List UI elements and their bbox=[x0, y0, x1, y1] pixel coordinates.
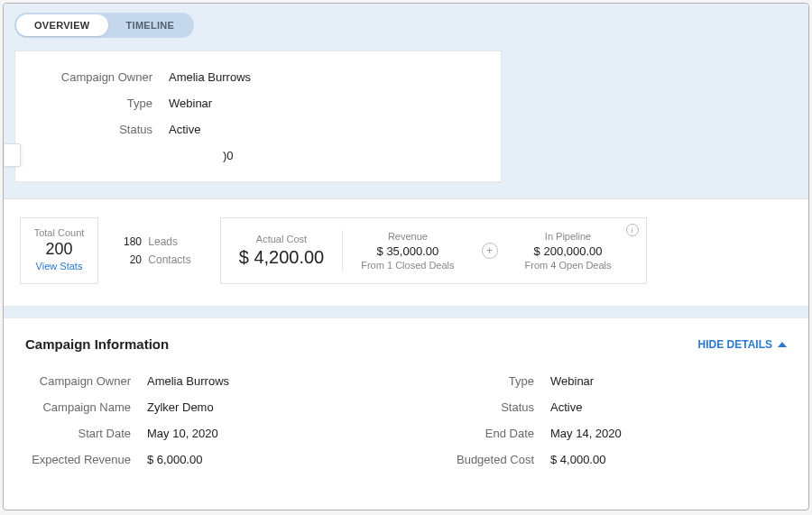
left-edge-tab[interactable] bbox=[5, 143, 21, 167]
leads-label: Leads bbox=[148, 235, 178, 248]
total-count-box: Total Count 200 View Stats bbox=[20, 217, 98, 284]
summary-owner-value: Amelia Burrows bbox=[169, 70, 251, 84]
tab-bar: OVERVIEW TIMELINE bbox=[14, 13, 194, 38]
plus-icon: + bbox=[482, 243, 498, 259]
summary-type-label: Type bbox=[15, 97, 169, 110]
hide-details-toggle[interactable]: HIDE DETAILS bbox=[698, 338, 787, 351]
info-start-label: Start Date bbox=[25, 427, 147, 440]
info-owner-value: Amelia Burrows bbox=[147, 374, 229, 388]
contacts-count: 20 bbox=[118, 253, 142, 266]
summary-type-value: Webinar bbox=[169, 97, 212, 110]
chevron-up-icon bbox=[778, 342, 787, 347]
header-area: OVERVIEW TIMELINE Campaign Owner Amelia … bbox=[4, 4, 808, 198]
revenue-label: Revenue bbox=[361, 231, 454, 242]
leads-contacts-box: 180 Leads 20 Contacts bbox=[111, 217, 198, 284]
info-exprev-value: $ 6,000.00 bbox=[147, 453, 202, 466]
total-count-label: Total Count bbox=[33, 227, 85, 238]
campaign-info-section: Campaign Information HIDE DETAILS Campai… bbox=[4, 318, 808, 491]
info-type-label: Type bbox=[406, 374, 550, 388]
gap-band bbox=[4, 306, 808, 318]
info-end-value: May 14, 2020 bbox=[550, 427, 622, 440]
summary-status-value: Active bbox=[169, 123, 200, 136]
actual-cost-label: Actual Cost bbox=[239, 234, 325, 244]
section-title: Campaign Information bbox=[25, 336, 169, 352]
contacts-label: Contacts bbox=[148, 253, 190, 266]
stats-group: Actual Cost $ 4,200.00 Revenue $ 35,000.… bbox=[220, 217, 647, 284]
pipeline-label: In Pipeline bbox=[525, 231, 612, 242]
summary-owner-label: Campaign Owner bbox=[15, 70, 169, 84]
leads-count: 180 bbox=[118, 235, 142, 248]
actual-cost-value: $ 4,200.00 bbox=[239, 247, 325, 268]
revenue-sub: From 1 Closed Deals bbox=[361, 260, 454, 271]
info-budget-label: Budgeted Cost bbox=[406, 453, 550, 466]
total-count-value: 200 bbox=[33, 240, 85, 259]
info-budget-value: $ 4,000.00 bbox=[550, 453, 605, 466]
info-status-label: Status bbox=[406, 400, 550, 414]
info-name-value: Zylker Demo bbox=[147, 400, 214, 414]
info-type-value: Webinar bbox=[550, 374, 594, 388]
info-status-value: Active bbox=[550, 400, 582, 414]
summary-card: Campaign Owner Amelia Burrows Type Webin… bbox=[14, 51, 502, 182]
info-name-label: Campaign Name bbox=[25, 400, 147, 414]
info-owner-label: Campaign Owner bbox=[25, 374, 147, 388]
info-start-value: May 10, 2020 bbox=[147, 427, 218, 440]
info-exprev-label: Expected Revenue bbox=[25, 453, 147, 466]
summary-extra-label bbox=[15, 149, 169, 162]
tab-timeline[interactable]: TIMELINE bbox=[108, 14, 193, 36]
pipeline-value: $ 200,000.00 bbox=[525, 244, 612, 258]
summary-extra-value: )0 bbox=[169, 149, 234, 162]
info-icon[interactable]: i bbox=[626, 224, 639, 236]
hide-details-label: HIDE DETAILS bbox=[698, 338, 772, 351]
metrics-area: Total Count 200 View Stats 180 Leads 20 … bbox=[4, 198, 808, 306]
info-end-label: End Date bbox=[406, 427, 550, 440]
revenue-value: $ 35,000.00 bbox=[361, 244, 454, 258]
summary-status-label: Status bbox=[15, 123, 169, 136]
pipeline-sub: From 4 Open Deals bbox=[525, 260, 612, 271]
tab-overview[interactable]: OVERVIEW bbox=[16, 14, 108, 36]
view-stats-link[interactable]: View Stats bbox=[33, 261, 85, 271]
